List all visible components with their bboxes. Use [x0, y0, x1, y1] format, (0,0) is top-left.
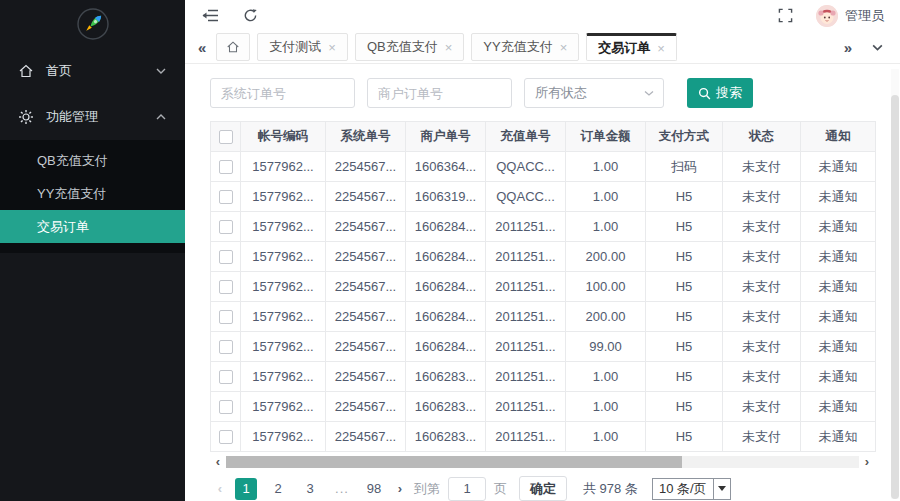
cell-merchant_no: 1606283...: [406, 392, 486, 422]
cell-notify: 未通知: [801, 362, 876, 392]
tab-close-icon[interactable]: ×: [560, 41, 568, 54]
tab-home[interactable]: [216, 33, 250, 61]
pagination-page[interactable]: 3: [299, 478, 321, 500]
cell-status: 未支付: [723, 422, 801, 452]
hscroll-track[interactable]: [226, 456, 859, 468]
goto-label: 到第: [414, 480, 440, 498]
sidebar-item-home[interactable]: 首页: [0, 48, 185, 94]
pagination-page[interactable]: 98: [363, 478, 385, 500]
row-checkbox[interactable]: [219, 370, 233, 384]
tab[interactable]: QB充值支付×: [355, 33, 464, 61]
pagination-ellipsis: ...: [331, 478, 353, 500]
cell-account: 1577962...: [241, 362, 326, 392]
tab[interactable]: 交易订单×: [586, 33, 677, 61]
tab[interactable]: YY充值支付×: [471, 33, 579, 61]
sidebar-item-trade-orders[interactable]: 交易订单: [0, 210, 185, 243]
cell-sys_no: 2254567...: [326, 392, 406, 422]
rocket-logo-icon: [75, 6, 111, 42]
tabs-scroll-right-icon[interactable]: »: [841, 39, 855, 56]
row-checkbox[interactable]: [219, 250, 233, 264]
tab-label: 交易订单: [598, 39, 650, 57]
cell-pay_type: H5: [646, 272, 723, 302]
table-row: 1577962...2254567...1606284...2011251...…: [211, 302, 876, 332]
pagination-next-icon[interactable]: ›: [390, 481, 410, 496]
menu-fold-icon[interactable]: [201, 7, 219, 25]
cell-amount: 1.00: [566, 182, 646, 212]
cell-status: 未支付: [723, 362, 801, 392]
row-checkbox[interactable]: [219, 310, 233, 324]
table-row: 1577962...2254567...1606283...2011251...…: [211, 422, 876, 452]
cell-merchant_no: 1606283...: [406, 422, 486, 452]
cell-recharge_no: 2011251...: [486, 242, 566, 272]
cell-notify: 未通知: [801, 302, 876, 332]
confirm-button[interactable]: 确定: [519, 476, 567, 501]
tab-close-icon[interactable]: ×: [445, 41, 453, 54]
goto-page-input[interactable]: [448, 477, 486, 501]
table-header-row: 帐号编码系统单号商户单号充值单号订单金额支付方式状态通知: [211, 122, 876, 152]
row-checkbox[interactable]: [219, 340, 233, 354]
cell-pay_type: H5: [646, 302, 723, 332]
page-unit-label: 页: [494, 480, 507, 498]
status-select[interactable]: 所有状态: [524, 78, 664, 108]
select-all-header: [211, 122, 241, 152]
admin-menu[interactable]: 管理员: [816, 5, 884, 27]
row-checkbox[interactable]: [219, 400, 233, 414]
sidebar-item-yy-pay[interactable]: YY充值支付: [0, 177, 185, 210]
cell-sys_no: 2254567...: [326, 152, 406, 182]
cell-merchant_no: 1606284...: [406, 242, 486, 272]
cell-sys_no: 2254567...: [326, 422, 406, 452]
hscroll-right-icon[interactable]: ›: [859, 454, 875, 469]
row-checkbox[interactable]: [219, 220, 233, 234]
sidebar-item-function-mgmt[interactable]: 功能管理: [0, 94, 185, 140]
page-size-select[interactable]: 10 条/页: [652, 478, 731, 500]
sys-order-input[interactable]: [210, 78, 355, 108]
row-checkbox[interactable]: [219, 280, 233, 294]
tab-close-icon[interactable]: ×: [657, 42, 665, 55]
cell-merchant_no: 1606283...: [406, 362, 486, 392]
tabbar: « 支付测试×QB充值支付×YY充值支付×交易订单× »: [185, 32, 900, 64]
fullscreen-icon[interactable]: [776, 7, 794, 25]
cell-pay_type: H5: [646, 212, 723, 242]
tab-close-icon[interactable]: ×: [328, 41, 336, 54]
column-header: 状态: [723, 122, 801, 152]
tab-label: YY充值支付: [483, 38, 552, 56]
search-button[interactable]: 搜索: [687, 78, 753, 108]
search-row: 所有状态 搜索: [210, 78, 876, 108]
pagination-page[interactable]: 1: [235, 478, 257, 500]
merchant-order-input[interactable]: [367, 78, 512, 108]
cell-status: 未支付: [723, 272, 801, 302]
orders-table: 帐号编码系统单号商户单号充值单号订单金额支付方式状态通知 1577962...2…: [210, 121, 876, 452]
cell-sys_no: 2254567...: [326, 212, 406, 242]
row-checkbox[interactable]: [219, 190, 233, 204]
sidebar-submenu: QB充值支付 YY充值支付 交易订单: [0, 140, 185, 253]
cell-merchant_no: 1606284...: [406, 272, 486, 302]
cell-amount: 100.00: [566, 272, 646, 302]
vscroll-thumb[interactable]: [891, 95, 899, 499]
home-icon: [18, 63, 34, 79]
tab[interactable]: 支付测试×: [257, 33, 348, 61]
sidebar-item-qb-pay[interactable]: QB充值支付: [0, 144, 185, 177]
cell-notify: 未通知: [801, 242, 876, 272]
sidebar-item-label: 功能管理: [46, 108, 155, 126]
cell-status: 未支付: [723, 242, 801, 272]
tabs-scroll-left-icon[interactable]: «: [195, 39, 209, 56]
pagination-prev-icon[interactable]: ‹: [210, 481, 230, 496]
cell-merchant_no: 1606364...: [406, 152, 486, 182]
column-header: 通知: [801, 122, 876, 152]
logo: [0, 0, 185, 48]
tabs-menu-chevron-down-icon[interactable]: [871, 41, 884, 54]
cell-merchant_no: 1606319...: [406, 182, 486, 212]
cell-notify: 未通知: [801, 392, 876, 422]
hscroll-thumb[interactable]: [226, 456, 682, 468]
cell-notify: 未通知: [801, 272, 876, 302]
sidebar-item-label: 首页: [46, 62, 155, 80]
content: 所有状态 搜索: [185, 64, 900, 501]
refresh-icon[interactable]: [241, 7, 259, 25]
row-checkbox[interactable]: [219, 160, 233, 174]
cell-status: 未支付: [723, 392, 801, 422]
row-checkbox[interactable]: [219, 430, 233, 444]
hscroll-left-icon[interactable]: ‹: [210, 454, 226, 469]
vertical-scrollbar[interactable]: [891, 69, 899, 499]
select-all-checkbox[interactable]: [219, 130, 233, 144]
pagination-page[interactable]: 2: [267, 478, 289, 500]
